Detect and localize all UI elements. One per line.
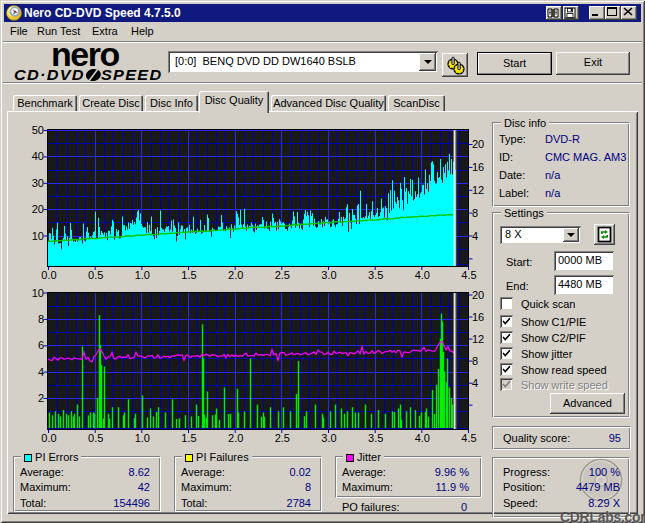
svg-text:4: 4 (472, 230, 478, 242)
svg-text:12: 12 (472, 333, 484, 345)
svg-text:4: 4 (38, 366, 44, 378)
svg-text:30: 30 (32, 177, 44, 189)
svg-text:2: 2 (38, 392, 44, 404)
svg-text:2.5: 2.5 (275, 432, 290, 444)
svg-text:0.0: 0.0 (41, 269, 56, 281)
svg-text:16: 16 (472, 311, 484, 323)
svg-text:4.0: 4.0 (415, 432, 430, 444)
svg-text:10: 10 (32, 287, 44, 299)
svg-text:6: 6 (38, 339, 44, 351)
svg-text:3.5: 3.5 (368, 269, 383, 281)
svg-text:8: 8 (38, 313, 44, 325)
svg-text:0.5: 0.5 (88, 269, 103, 281)
svg-text:10: 10 (32, 230, 44, 242)
svg-text:20: 20 (32, 203, 44, 215)
svg-text:0.0: 0.0 (41, 432, 56, 444)
svg-text:50: 50 (32, 124, 44, 136)
svg-text:8: 8 (472, 355, 478, 367)
svg-text:1.5: 1.5 (181, 432, 196, 444)
svg-text:20: 20 (472, 289, 484, 301)
svg-text:0.5: 0.5 (88, 432, 103, 444)
svg-text:1.0: 1.0 (135, 432, 150, 444)
svg-text:3.0: 3.0 (321, 432, 336, 444)
svg-text:4.0: 4.0 (415, 269, 430, 281)
svg-text:3.0: 3.0 (321, 269, 336, 281)
svg-text:8: 8 (472, 207, 478, 219)
svg-text:20: 20 (472, 138, 484, 150)
svg-text:2.0: 2.0 (228, 432, 243, 444)
svg-text:4.5: 4.5 (461, 432, 476, 444)
svg-text:2.5: 2.5 (275, 269, 290, 281)
svg-text:12: 12 (472, 184, 484, 196)
svg-text:3.5: 3.5 (368, 432, 383, 444)
svg-text:16: 16 (472, 161, 484, 173)
svg-text:1.0: 1.0 (135, 269, 150, 281)
svg-text:4: 4 (472, 377, 478, 389)
svg-text:4.5: 4.5 (461, 269, 476, 281)
svg-text:1.5: 1.5 (181, 269, 196, 281)
svg-text:2.0: 2.0 (228, 269, 243, 281)
svg-text:40: 40 (32, 150, 44, 162)
